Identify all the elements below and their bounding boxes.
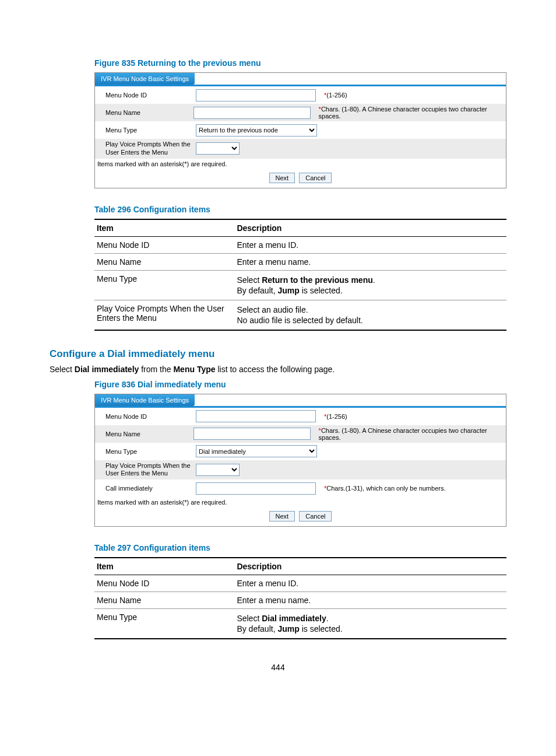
next-button[interactable]: Next <box>269 173 295 183</box>
label-menu-name: Menu Name <box>105 430 193 438</box>
table-row: Menu Name Enter a menu name. <box>94 253 506 270</box>
select-menu-type[interactable]: Return to the previous node <box>196 124 317 136</box>
cancel-button[interactable]: Cancel <box>299 511 332 522</box>
input-menu-name[interactable] <box>193 428 311 440</box>
hint-menu-name: *Chars. (1-80). A Chinese character occu… <box>319 427 506 441</box>
row-call-immediately: Call immediately *Chars.(1-31), which ca… <box>95 480 506 497</box>
input-menu-node-id[interactable] <box>196 89 316 102</box>
label-play-prompt: Play Voice Prompts When the User Enters … <box>105 141 196 157</box>
button-row: Next Cancel <box>95 508 506 526</box>
row-menu-type: Menu Type Dial immediately <box>95 443 506 460</box>
row-menu-node-id: Menu Node ID *(1-256) <box>95 408 506 425</box>
hint-menu-name: *Chars. (1-80). A Chinese character occu… <box>319 106 506 120</box>
hint-call-immediately: *Chars.(1-31), which can only be numbers… <box>324 485 446 492</box>
table-row: Menu Node ID Enter a menu ID. <box>94 236 506 253</box>
panel-header: IVR Menu Node Basic Settings <box>95 73 195 85</box>
label-menu-node-id: Menu Node ID <box>105 92 196 99</box>
table-row: Menu Type Select Dial immediately. By de… <box>94 609 506 639</box>
figure-835-caption: Figure 835 Returning to the previous men… <box>94 58 506 68</box>
hint-menu-node-id: *(1-256) <box>324 413 347 420</box>
row-menu-name: Menu Name *Chars. (1-80). A Chinese char… <box>95 104 506 121</box>
table-row: Menu Name Enter a menu name. <box>94 592 506 609</box>
table-297-caption: Table 297 Configuration items <box>94 543 506 552</box>
label-menu-type: Menu Type <box>105 127 196 134</box>
row-play-prompt: Play Voice Prompts When the User Enters … <box>95 139 506 159</box>
th-desc: Description <box>234 219 506 237</box>
row-play-prompt: Play Voice Prompts When the User Enters … <box>95 460 506 480</box>
section-heading-dial-immediately: Configure a Dial immediately menu <box>50 348 506 360</box>
panel-header: IVR Menu Node Basic Settings <box>95 394 195 406</box>
row-menu-name: Menu Name *Chars. (1-80). A Chinese char… <box>95 425 506 443</box>
th-item: Item <box>94 219 234 237</box>
table-row: Menu Node ID Enter a menu ID. <box>94 575 506 592</box>
page-number: 444 <box>50 663 506 672</box>
label-menu-node-id: Menu Node ID <box>105 413 196 420</box>
cancel-button[interactable]: Cancel <box>299 173 332 183</box>
select-play-prompt[interactable] <box>196 464 240 476</box>
figure-836-form: IVR Menu Node Basic Settings Menu Node I… <box>94 394 506 527</box>
section-intro: Select Dial immediately from the Menu Ty… <box>50 365 506 374</box>
select-play-prompt[interactable] <box>196 142 240 155</box>
required-note: Items marked with an asterisk(*) are req… <box>95 159 506 169</box>
figure-835-form: IVR Menu Node Basic Settings Menu Node I… <box>94 72 506 188</box>
table-row: Menu Type Select Return to the previous … <box>94 270 506 300</box>
table-297: Item Description Menu Node ID Enter a me… <box>94 557 506 639</box>
label-menu-name: Menu Name <box>105 109 193 116</box>
input-menu-node-id[interactable] <box>196 410 316 422</box>
row-menu-type: Menu Type Return to the previous node <box>95 121 506 139</box>
label-call-immediately: Call immediately <box>105 485 196 492</box>
hint-menu-node-id: *(1-256) <box>324 92 347 99</box>
th-desc: Description <box>234 558 506 575</box>
input-menu-name[interactable] <box>193 107 311 119</box>
input-call-immediately[interactable] <box>196 482 316 495</box>
th-item: Item <box>94 558 234 575</box>
select-menu-type[interactable]: Dial immediately <box>196 445 317 457</box>
table-296-caption: Table 296 Configuration items <box>94 205 506 214</box>
table-296: Item Description Menu Node ID Enter a me… <box>94 219 506 331</box>
button-row: Next Cancel <box>95 169 506 188</box>
figure-836-caption: Figure 836 Dial immediately menu <box>94 380 506 389</box>
row-menu-node-id: Menu Node ID *(1-256) <box>95 86 506 104</box>
required-note: Items marked with an asterisk(*) are req… <box>95 497 506 508</box>
label-play-prompt: Play Voice Prompts When the User Enters … <box>105 462 196 478</box>
table-row: Play Voice Prompts When the User Enters … <box>94 300 506 330</box>
next-button[interactable]: Next <box>269 511 295 522</box>
label-menu-type: Menu Type <box>105 448 196 455</box>
